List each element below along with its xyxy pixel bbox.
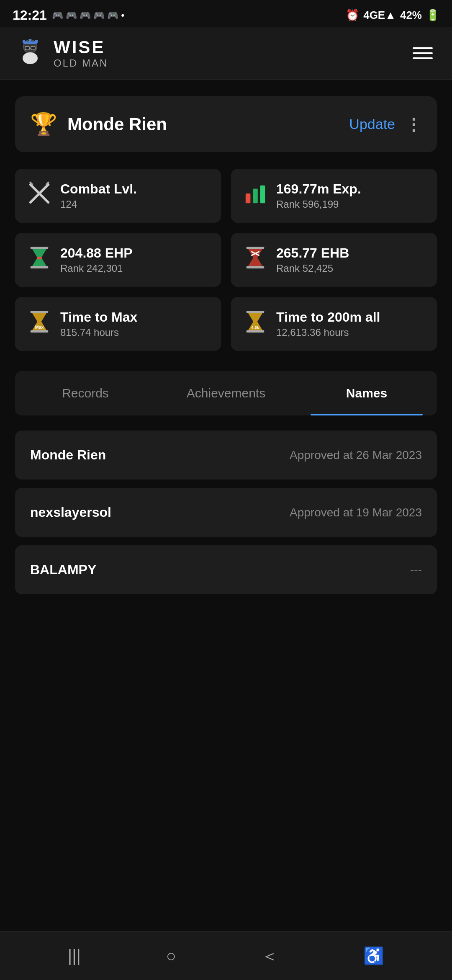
tt200-value: 12,613.36 hours [276, 327, 380, 338]
svg-rect-27 [31, 311, 49, 313]
player-card: 🏆 Monde Rien Update ⋮ [15, 96, 437, 152]
combat-info: Combat Lvl. 124 [60, 181, 137, 210]
ehb-rank: Rank 52,425 [276, 263, 349, 274]
svg-rect-31 [247, 311, 265, 313]
svg-rect-28 [31, 330, 49, 333]
ehp-label: 204.88 EHP [60, 245, 133, 261]
ehp-rank: Rank 242,301 [60, 263, 133, 274]
menu-button[interactable] [408, 43, 437, 63]
svg-rect-23 [247, 266, 265, 268]
svg-text:4.6b: 4.6b [251, 325, 259, 330]
status-bar: 12:21 🎮 🎮 🎮 🎮 🎮 • ⏰ 4GE▲ 42% 🔋 [0, 0, 452, 27]
combat-icon [27, 181, 52, 210]
svg-rect-19 [31, 266, 49, 268]
svg-marker-21 [247, 248, 264, 268]
ehp-icon [27, 245, 52, 274]
alarm-icon: ⏰ [346, 9, 359, 22]
ttm-value: 815.74 hours [60, 327, 137, 338]
tt200-stat-card: 4.6b Time to 200m all 12,613.36 hours [231, 297, 437, 351]
nav-accessibility-button[interactable]: ♿ [363, 946, 384, 966]
ttm-icon: Max [27, 309, 52, 338]
svg-rect-22 [247, 247, 265, 249]
svg-rect-14 [246, 193, 251, 203]
svg-rect-18 [31, 247, 49, 249]
status-time: 12:21 [13, 8, 47, 23]
status-icons: 🎮 🎮 🎮 🎮 🎮 • [52, 10, 124, 21]
name-3-status: --- [410, 563, 422, 577]
app-logo: WISE OLD MAN [15, 37, 108, 69]
menu-line-3 [413, 57, 433, 59]
update-button[interactable]: Update [349, 116, 395, 132]
combat-label: Combat Lvl. [60, 181, 137, 197]
stats-grid: Combat Lvl. 124 169.77m Exp. Rank 596,19… [15, 169, 437, 351]
ehb-label: 265.77 EHB [276, 245, 349, 261]
tab-names[interactable]: Names [296, 371, 437, 415]
svg-rect-32 [247, 330, 265, 333]
name-1-status: Approved at 26 Mar 2023 [290, 449, 422, 462]
ttm-label: Time to Max [60, 309, 137, 325]
name-1-label: Monde Rien [30, 447, 106, 463]
svg-rect-15 [253, 188, 258, 203]
names-list: Monde Rien Approved at 26 Mar 2023 nexsl… [15, 431, 437, 603]
bottom-nav: ||| ○ ＜ ♿ [0, 931, 452, 980]
more-options-button[interactable]: ⋮ [405, 115, 422, 134]
ehp-stat-card: 204.88 EHP Rank 242,301 [15, 233, 221, 287]
ehb-info: 265.77 EHB Rank 52,425 [276, 245, 349, 274]
app-name: WISE [54, 37, 108, 57]
battery-text: 42% [400, 9, 422, 22]
tt200-info: Time to 200m all 12,613.36 hours [276, 309, 380, 338]
name-item-2: nexslayersol Approved at 19 Mar 2023 [15, 488, 437, 537]
app-subtitle: OLD MAN [54, 57, 108, 69]
combat-value: 124 [60, 199, 137, 210]
menu-line-1 [413, 47, 433, 49]
combat-stat-card: Combat Lvl. 124 [15, 169, 221, 223]
exp-label: 169.77m Exp. [276, 181, 361, 197]
tt200-label: Time to 200m all [276, 309, 380, 325]
svg-rect-2 [23, 40, 25, 43]
name-2-label: nexslayersol [30, 505, 111, 520]
menu-line-2 [413, 52, 433, 54]
logo-text: WISE OLD MAN [54, 37, 108, 69]
tab-records[interactable]: Records [15, 371, 156, 415]
exp-stat-card: 169.77m Exp. Rank 596,199 [231, 169, 437, 223]
nav-home-button[interactable]: ○ [166, 946, 176, 965]
ehb-icon [243, 245, 268, 274]
name-item-1: Monde Rien Approved at 26 Mar 2023 [15, 431, 437, 480]
name-item-3: BALAMPY --- [15, 545, 437, 594]
battery-icon: 🔋 [426, 9, 439, 22]
ehp-info: 204.88 EHP Rank 242,301 [60, 245, 133, 274]
name-3-label: BALAMPY [30, 562, 96, 578]
svg-rect-20 [37, 257, 42, 259]
player-info: 🏆 Monde Rien [30, 111, 167, 137]
tabs-container: Records Achievements Names [15, 371, 437, 415]
nav-back-button[interactable]: ||| [68, 946, 81, 965]
svg-rect-6 [31, 46, 35, 50]
tt200-icon: 4.6b [243, 309, 268, 338]
app-header: WISE OLD MAN [0, 27, 452, 80]
svg-rect-9 [27, 53, 33, 60]
signal-icon: 4GE▲ [363, 9, 396, 22]
ttm-info: Time to Max 815.74 hours [60, 309, 137, 338]
exp-icon [243, 181, 268, 210]
ehb-stat-card: 265.77 EHB Rank 52,425 [231, 233, 437, 287]
svg-rect-5 [25, 46, 29, 50]
nav-previous-button[interactable]: ＜ [261, 944, 278, 967]
svg-text:Max: Max [35, 325, 44, 330]
player-name: Monde Rien [67, 114, 167, 134]
svg-rect-4 [35, 40, 38, 43]
player-actions: Update ⋮ [349, 115, 422, 134]
exp-rank: Rank 596,199 [276, 199, 361, 210]
logo-icon [15, 38, 45, 68]
tab-achievements[interactable]: Achievements [156, 371, 296, 415]
svg-rect-3 [29, 39, 31, 43]
status-right: ⏰ 4GE▲ 42% 🔋 [346, 9, 439, 22]
exp-info: 169.77m Exp. Rank 596,199 [276, 181, 361, 210]
trophy-icon: 🏆 [30, 111, 57, 137]
svg-rect-16 [260, 186, 265, 204]
ttm-stat-card: Max Time to Max 815.74 hours [15, 297, 221, 351]
name-2-status: Approved at 19 Mar 2023 [290, 506, 422, 519]
